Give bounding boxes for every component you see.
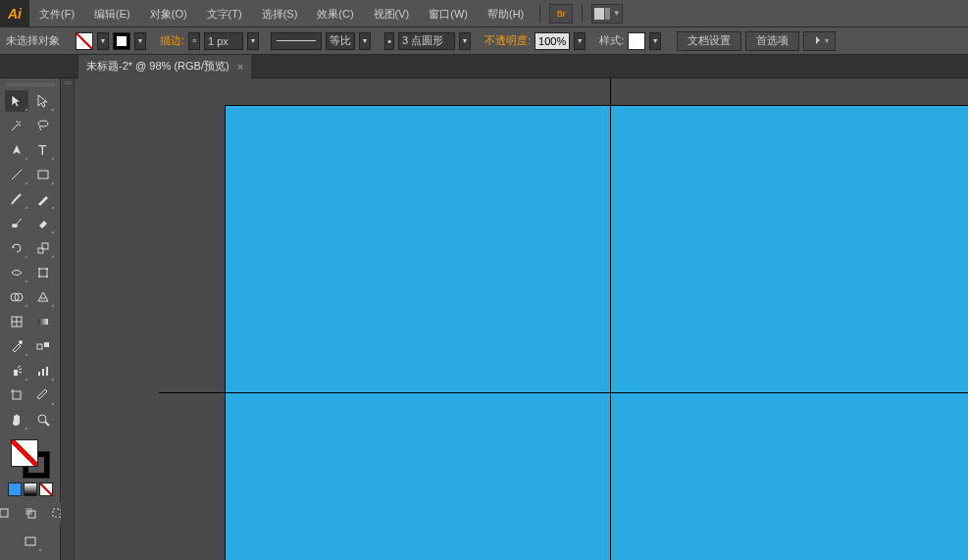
arrange-button[interactable]: ▼ — [591, 4, 623, 24]
opacity-label: 不透明度: — [484, 33, 531, 48]
opacity-dropdown[interactable]: ▼ — [574, 32, 586, 50]
menu-edit[interactable]: 编辑(E) — [84, 0, 140, 27]
menu-view[interactable]: 视图(V) — [364, 0, 420, 27]
stroke-label: 描边: — [160, 33, 184, 48]
svg-rect-26 — [42, 369, 44, 376]
pen-tool[interactable] — [5, 139, 28, 161]
color-mode-gradient[interactable] — [24, 483, 37, 496]
scale-tool[interactable] — [31, 237, 55, 259]
menu-effect[interactable]: 效果(C) — [307, 0, 363, 27]
svg-point-21 — [19, 340, 23, 344]
brush-field[interactable]: 3 点圆形 — [398, 32, 455, 50]
free-transform-tool[interactable] — [31, 262, 55, 283]
style-swatch[interactable] — [628, 32, 645, 50]
brush-prev[interactable]: • — [384, 32, 394, 50]
brush-dropdown[interactable]: ▼ — [459, 32, 471, 50]
eraser-tool[interactable] — [31, 213, 55, 234]
menu-file[interactable]: 文件(F) — [29, 0, 84, 27]
svg-rect-37 — [25, 537, 35, 545]
opacity-field[interactable]: 100% — [535, 32, 570, 50]
pin-icon — [810, 35, 822, 47]
direct-selection-tool[interactable] — [31, 90, 55, 112]
menu-window[interactable]: 窗口(W) — [419, 0, 478, 27]
artboard[interactable] — [225, 105, 968, 560]
menu-object[interactable]: 对象(O) — [140, 0, 197, 27]
stroke-swatch[interactable] — [113, 32, 130, 50]
svg-text:T: T — [38, 142, 47, 158]
svg-point-31 — [38, 415, 46, 423]
svg-rect-1 — [605, 8, 610, 20]
fill-swatch[interactable] — [76, 32, 93, 50]
blob-brush-tool[interactable] — [5, 213, 28, 234]
blend-tool[interactable] — [31, 335, 55, 357]
selection-tool[interactable] — [5, 90, 28, 112]
style-dropdown[interactable]: ▼ — [649, 32, 661, 50]
svg-line-7 — [17, 219, 22, 224]
gradient-tool[interactable] — [31, 311, 55, 332]
tab-close-icon[interactable]: × — [237, 61, 243, 73]
menu-divider — [582, 5, 583, 23]
stroke-weight-field[interactable]: 1 px — [204, 32, 243, 50]
bridge-button[interactable]: Br — [549, 4, 573, 24]
flyout-button[interactable]: ▾ — [803, 31, 836, 51]
panel-gutter[interactable] — [61, 78, 75, 560]
color-mode-solid[interactable] — [8, 483, 22, 496]
stroke-dropdown[interactable]: ▼ — [134, 32, 146, 50]
slice-tool[interactable] — [31, 384, 55, 406]
stroke-profile-dropdown[interactable]: ▼ — [359, 32, 371, 50]
paintbrush-tool[interactable] — [5, 188, 28, 210]
prefs-button[interactable]: 首选项 — [745, 31, 799, 51]
selection-status: 未选择对象 — [6, 33, 60, 48]
guide-vertical[interactable] — [610, 78, 611, 560]
color-mode-none[interactable] — [39, 483, 53, 496]
magic-wand-tool[interactable] — [5, 115, 28, 136]
mesh-tool[interactable] — [5, 311, 28, 332]
fill-stroke-control[interactable] — [11, 439, 50, 479]
stroke-profile[interactable] — [271, 32, 322, 50]
svg-line-4 — [12, 170, 22, 179]
stroke-uniform[interactable]: 等比 — [326, 32, 355, 50]
symbol-sprayer-tool[interactable] — [5, 360, 28, 382]
doc-setup-button[interactable]: 文档设置 — [677, 31, 741, 51]
menu-type[interactable]: 文字(T) — [197, 0, 252, 27]
chevron-down-icon: ▾ — [825, 36, 829, 45]
type-tool[interactable]: T — [31, 139, 55, 161]
hand-tool[interactable] — [5, 409, 28, 431]
svg-rect-22 — [37, 344, 42, 349]
stroke-weight-step[interactable]: ▼ — [247, 32, 259, 50]
svg-rect-5 — [38, 171, 48, 178]
screen-mode[interactable] — [19, 531, 42, 552]
canvas-area[interactable] — [61, 78, 968, 560]
color-mode-row — [8, 483, 53, 496]
panel-grip[interactable] — [6, 80, 55, 88]
menu-help[interactable]: 帮助(H) — [478, 0, 534, 27]
zoom-tool[interactable] — [31, 409, 55, 431]
artboard-tool[interactable] — [5, 384, 28, 406]
document-tab[interactable]: 未标题-2* @ 98% (RGB/预览) × — [78, 55, 251, 78]
stroke-weight-dropdown[interactable]: ≡ — [188, 32, 200, 50]
line-tool[interactable] — [5, 164, 28, 185]
perspective-tool[interactable] — [31, 286, 55, 308]
svg-rect-23 — [44, 342, 49, 347]
menu-select[interactable]: 选择(S) — [252, 0, 308, 27]
guide-horizontal[interactable] — [159, 392, 968, 393]
eyedropper-tool[interactable] — [5, 335, 28, 357]
draw-mode-normal[interactable] — [0, 502, 16, 524]
shape-builder-tool[interactable] — [5, 286, 28, 308]
fill-color[interactable] — [11, 439, 38, 467]
options-bar: 未选择对象 ▼ ▼ 描边: ≡ 1 px ▼ 等比 ▼ • 3 点圆形 ▼ 不透… — [0, 27, 968, 55]
graph-tool[interactable] — [31, 360, 55, 382]
menu-bar: Ai 文件(F) 编辑(E) 对象(O) 文字(T) 选择(S) 效果(C) 视… — [0, 0, 968, 27]
fill-dropdown[interactable]: ▼ — [97, 32, 109, 50]
svg-line-32 — [45, 422, 49, 426]
svg-rect-27 — [46, 367, 48, 376]
draw-mode-behind[interactable] — [19, 502, 42, 524]
rotate-tool[interactable] — [5, 237, 28, 259]
lasso-tool[interactable] — [31, 115, 55, 136]
width-tool[interactable] — [5, 262, 28, 283]
svg-point-12 — [46, 268, 48, 270]
pencil-tool[interactable] — [31, 188, 55, 210]
svg-rect-28 — [13, 391, 21, 399]
work-area: T — [0, 78, 968, 560]
rectangle-tool[interactable] — [31, 164, 55, 185]
